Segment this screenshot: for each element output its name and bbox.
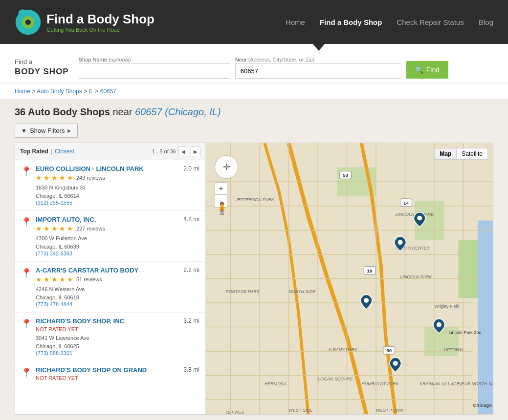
svg-text:HERMOSA: HERMOSA: [265, 381, 287, 386]
breadcrumb-auto-body-shops[interactable]: Auto Body Shops: [37, 88, 82, 95]
svg-text:ALBANY PARK: ALBANY PARK: [327, 347, 358, 352]
shop-rating: ★★★★★51 reviews: [36, 275, 199, 283]
search-bar: Find a BODY SHOP Shop Name (optional) Ne…: [0, 52, 508, 84]
star-icon: ★: [36, 225, 42, 232]
svg-text:KRAINIAN VILLAGE: KRAINIAN VILLAGE: [420, 381, 460, 386]
near-label: Near (Address, City/State, or Zip): [235, 57, 401, 63]
find-label: Find a BODY SHOP: [15, 58, 69, 77]
svg-text:HUMBOLDT PARK: HUMBOLDT PARK: [361, 381, 399, 386]
breadcrumb-zip[interactable]: 60657: [100, 88, 116, 95]
star-icon: ★: [59, 275, 66, 283]
review-count: 227 reviews: [76, 226, 105, 231]
star-icon: ★: [51, 174, 58, 182]
shop-pin-icon: 📍: [21, 367, 32, 381]
shop-info: RICHARD'S BODY SHOP ON GRAND3.8 miNOT RA…: [36, 366, 199, 381]
search-icon: 🔍: [415, 66, 423, 74]
shop-distance: 2.0 mi: [183, 165, 199, 172]
svg-text:LINCOLN PARK: LINCOLN PARK: [400, 275, 433, 280]
results-title: 36 Auto Body Shops near 60657 (Chicago, …: [15, 106, 493, 118]
results-near: near: [112, 106, 135, 117]
svg-text:Oak Park: Oak Park: [226, 410, 244, 414]
shop-item: 📍RICHARD'S BODY SHOP ON GRAND3.8 miNOT R…: [15, 361, 205, 386]
shop-phone: (773) 588-3301: [36, 350, 199, 356]
results-count: 36 Auto Body Shops: [15, 106, 110, 117]
pan-control[interactable]: ✛: [215, 155, 238, 179]
svg-text:JEFFERSON PARK: JEFFERSON PARK: [235, 197, 275, 202]
star-icon: ★: [51, 225, 58, 232]
svg-text:Chicago: Chicago: [473, 402, 492, 408]
map-type-satellite[interactable]: Satellite: [457, 148, 488, 160]
main-content: 36 Auto Body Shops near 60657 (Chicago, …: [0, 99, 508, 420]
shop-rating: ★★★★★249 reviews: [36, 174, 199, 182]
map-nav-control: ✛: [215, 155, 238, 179]
search-fields: Shop Name (optional) Near (Address, City…: [79, 57, 493, 79]
svg-text:LOGAN SQUARE: LOGAN SQUARE: [318, 377, 353, 381]
star-icon: ★: [67, 225, 73, 232]
shop-pin-icon: 📍: [21, 166, 32, 206]
svg-text:NORTH SIDE: NORTH SIDE: [289, 289, 316, 294]
nav-blog[interactable]: Blog: [479, 18, 493, 26]
zoom-in-button[interactable]: +: [215, 182, 227, 195]
not-rated-badge: NOT RATED YET: [36, 326, 199, 332]
header: Find a Body Shop Getting You Back On the…: [0, 0, 508, 44]
tab-closest[interactable]: Closest: [55, 148, 74, 155]
shop-distance: 3.8 mi: [183, 366, 199, 373]
star-icon: ★: [67, 174, 73, 182]
svg-point-57: [364, 298, 369, 303]
shop-name-link[interactable]: RICHARD'S BODY SHOP, INC: [36, 317, 124, 325]
star-icon: ★: [44, 174, 50, 182]
shop-name-link[interactable]: IMPORT AUTO, INC.: [36, 216, 96, 223]
list-header: Top Rated | Closest 1 - 5 of 36 ◀ ▶: [15, 143, 205, 160]
list-tabs: Top Rated | Closest: [20, 148, 74, 155]
shop-name-link[interactable]: EURO COLLISION - LINCOLN PARK: [36, 165, 144, 172]
near-input[interactable]: [235, 63, 401, 79]
svg-text:NEAR NORTH SIDE: NEAR NORTH SIDE: [458, 381, 493, 386]
logo-area: Find a Body Shop Getting You Back On the…: [15, 9, 286, 36]
star-icon: ★: [51, 275, 58, 283]
nav-find-body-shop[interactable]: Find a Body Shop: [320, 18, 382, 26]
filter-arrow-icon: ▶: [67, 128, 71, 133]
svg-point-2: [25, 20, 31, 25]
shop-name-field-group: Shop Name (optional): [79, 57, 230, 79]
svg-text:WEST TOWN: WEST TOWN: [376, 408, 403, 413]
shop-address: 1630 N Kingsbury StChicago, IL 60614: [36, 184, 199, 200]
shop-name-input[interactable]: [79, 63, 230, 79]
find-button[interactable]: 🔍 Find: [406, 61, 448, 79]
street-view-icon[interactable]: 🧍: [215, 202, 229, 215]
star-icon: ★: [36, 275, 42, 283]
svg-text:Lincoln Park Zoo: Lincoln Park Zoo: [449, 330, 482, 335]
shop-info: A-CARR'S CARSTAR AUTO BODY2.2 mi★★★★★51 …: [36, 267, 199, 307]
shop-name-link[interactable]: RICHARD'S BODY SHOP ON GRAND: [36, 366, 147, 374]
shop-pin-icon: 📍: [21, 268, 32, 307]
nav-home[interactable]: Home: [286, 18, 305, 26]
star-icon: ★: [44, 225, 50, 232]
logo-tagline: Getting You Back On the Road: [46, 27, 155, 33]
star-icon: ★: [36, 174, 42, 182]
shop-phone: (773) 342-6363: [36, 251, 199, 256]
map-type-map[interactable]: Map: [434, 148, 457, 160]
tab-top-rated[interactable]: Top Rated: [20, 148, 48, 155]
review-count: 249 reviews: [76, 175, 105, 181]
prev-arrow[interactable]: ◀: [178, 147, 188, 156]
shop-item: 📍A-CARR'S CARSTAR AUTO BODY2.2 mi★★★★★51…: [15, 262, 205, 313]
body-shop-label: BODY SHOP: [15, 66, 69, 77]
shop-address: 4700 W Fullerton AveChicago, IL 60639: [36, 234, 199, 251]
shop-name-label: Shop Name (optional): [79, 57, 230, 63]
shop-info: EURO COLLISION - LINCOLN PARK2.0 mi★★★★★…: [36, 165, 199, 206]
logo-text: Find a Body Shop Getting You Back On the…: [46, 12, 155, 33]
nav-check-repair[interactable]: Check Repair Status: [397, 18, 464, 26]
shop-pin-icon: 📍: [21, 217, 32, 256]
results-location: 60657 (Chicago, IL): [135, 106, 221, 117]
breadcrumb: Home > Auto Body Shops > IL > 60657: [0, 84, 508, 99]
show-filters-button[interactable]: ▼ Show Filters ▶: [15, 124, 78, 138]
svg-text:UPTOWN: UPTOWN: [444, 347, 464, 352]
next-arrow[interactable]: ▶: [191, 147, 200, 156]
shop-name-link[interactable]: A-CARR'S CARSTAR AUTO BODY: [36, 267, 138, 274]
list-pagination: 1 - 5 of 36 ◀ ▶: [152, 147, 200, 156]
breadcrumb-home[interactable]: Home: [15, 88, 30, 95]
star-icon: ★: [59, 174, 66, 182]
svg-text:50: 50: [343, 172, 349, 178]
breadcrumb-il[interactable]: IL: [88, 88, 93, 95]
star-icon: ★: [59, 225, 66, 232]
main-nav: Home Find a Body Shop Check Repair Statu…: [286, 18, 493, 26]
